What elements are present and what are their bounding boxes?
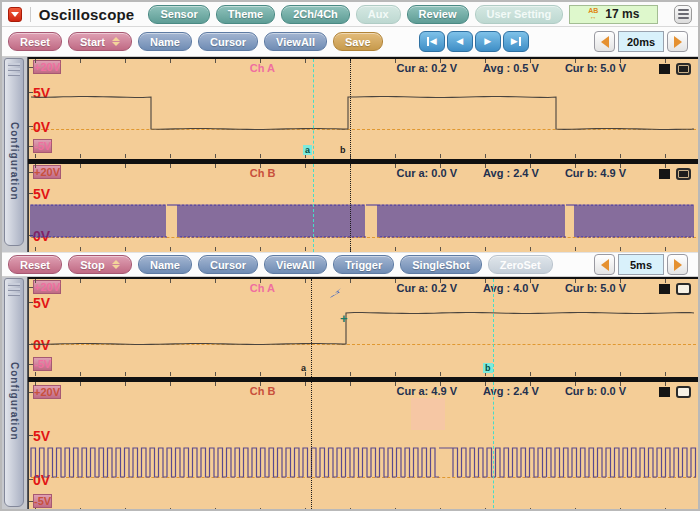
configuration-tab-label: Configuration — [9, 122, 20, 201]
viewall-button-bottom[interactable]: ViewAll — [264, 255, 327, 274]
trigger-button[interactable]: Trigger — [333, 255, 394, 274]
scope-panel-chb-bottom: Ch B Cur a: 4.9 V Avg : 2.4 V Cur b: 0.0… — [28, 382, 698, 511]
cursor-dark-line[interactable] — [350, 164, 351, 252]
timebase-increase-button[interactable] — [667, 31, 688, 52]
scope-panel-cha-top: Ch A Cur a: 0.2 V Avg : 0.5 V Cur b: 5.0… — [28, 59, 698, 159]
cursor-b-marker: b — [483, 363, 493, 373]
cursor-a-line[interactable] — [311, 279, 312, 377]
toolbar-bottom: Reset Stop Name Cursor ViewAll Trigger S… — [2, 252, 698, 277]
viewall-button-top[interactable]: ViewAll — [264, 32, 327, 51]
waveform-trace — [29, 382, 698, 511]
cursor-a-line[interactable] — [313, 59, 314, 159]
timebase-increase-button[interactable] — [667, 254, 688, 275]
timebase-bottom: 5ms — [594, 254, 688, 275]
app-title: Oscilloscope — [39, 6, 135, 23]
cursor-a-marker: a — [301, 363, 306, 373]
cursor-button-bottom[interactable]: Cursor — [198, 255, 258, 274]
scope-area-top: Configuration Ch A Cur a: 0.2 V Avg : 0.… — [2, 57, 698, 252]
waveform-trace — [29, 164, 698, 252]
zeroset-button: ZeroSet — [488, 255, 553, 274]
oscilloscope-window: Oscilloscope Sensor Theme 2Ch/4Ch Aux Re… — [0, 0, 700, 511]
nav-first-button[interactable]: ◀ — [419, 31, 445, 52]
nav-next-button[interactable]: ▶ — [475, 31, 501, 52]
name-button-top[interactable]: Name — [138, 32, 192, 51]
name-button-bottom[interactable]: Name — [138, 255, 192, 274]
title-separator — [30, 7, 31, 22]
reset-button-top[interactable]: Reset — [8, 32, 62, 51]
nav-last-button[interactable]: ▶ — [503, 31, 529, 52]
prev-icon: ◀ — [456, 37, 463, 46]
left-arrow-icon — [601, 36, 609, 48]
theme-button[interactable]: Theme — [216, 5, 275, 24]
interval-display: AB↔ 17 ms — [569, 5, 658, 24]
ab-interval-icon: AB↔ — [588, 8, 598, 20]
highlight-patch — [411, 398, 445, 430]
cursor-b-line[interactable] — [493, 279, 494, 377]
config-gutter-bottom: Configuration — [2, 277, 28, 511]
menu-down-icon — [11, 12, 19, 17]
timebase-top: 20ms — [594, 31, 688, 52]
cursor-b-line[interactable] — [350, 59, 351, 159]
nav-prev-button[interactable]: ◀ — [447, 31, 473, 52]
scope-area-bottom: Configuration Ch A Cur a: 0.2 V Avg : 4.… — [2, 277, 698, 511]
rise-point-marker: + — [340, 314, 348, 324]
cursor-a-marker: a — [303, 145, 312, 155]
stop-button[interactable]: Stop — [68, 255, 132, 274]
record-nav-group: ◀ ◀ ▶ ▶ — [419, 31, 529, 52]
timebase-value-bottom[interactable]: 5ms — [618, 254, 664, 275]
trigger-point-icon[interactable] — [329, 285, 343, 296]
sensor-button[interactable]: Sensor — [148, 5, 209, 24]
next-icon: ▶ — [484, 37, 491, 46]
cursor-cyan-line[interactable] — [313, 164, 314, 252]
timebase-decrease-button[interactable] — [594, 31, 615, 52]
left-arrow-icon — [601, 259, 609, 271]
right-arrow-icon — [674, 36, 682, 48]
next-icon: ▶ — [511, 37, 518, 46]
interval-value: 17 ms — [605, 7, 639, 21]
cursor-button-top[interactable]: Cursor — [198, 32, 258, 51]
cursor-dark-line[interactable] — [311, 382, 312, 511]
prev-icon: ◀ — [430, 37, 437, 46]
configuration-tab-label: Configuration — [9, 362, 20, 441]
aux-button: Aux — [356, 5, 401, 24]
right-arrow-icon — [674, 259, 682, 271]
title-bar: Oscilloscope Sensor Theme 2Ch/4Ch Aux Re… — [2, 2, 698, 27]
user-setting-button: User Setting — [475, 5, 564, 24]
channel-mode-button[interactable]: 2Ch/4Ch — [281, 5, 350, 24]
reset-button-bottom[interactable]: Reset — [8, 255, 62, 274]
waveform-trace — [29, 59, 698, 159]
stepper-icon — [112, 37, 120, 46]
app-menu-button[interactable] — [8, 7, 22, 22]
stepper-icon — [112, 260, 120, 269]
configuration-tab-top[interactable]: Configuration — [4, 58, 24, 246]
review-button[interactable]: Review — [407, 5, 469, 24]
config-gutter-top: Configuration — [2, 57, 28, 252]
waveform-trace — [29, 279, 698, 377]
scope-panel-chb-top: Ch B Cur a: 0.0 V Avg : 2.4 V Cur b: 4.9… — [28, 164, 698, 252]
save-button[interactable]: Save — [333, 32, 383, 51]
toolbar-top: Reset Start Name Cursor ViewAll Save ◀ ◀… — [2, 27, 698, 57]
singleshot-button[interactable]: SingleShot — [400, 255, 481, 274]
timebase-decrease-button[interactable] — [594, 254, 615, 275]
configuration-tab-bottom[interactable]: Configuration — [4, 278, 24, 507]
start-button[interactable]: Start — [68, 32, 132, 51]
cursor-b-marker: b — [340, 145, 346, 155]
timebase-value-top[interactable]: 20ms — [618, 31, 664, 52]
panel-layout-button[interactable] — [674, 5, 692, 24]
scope-panel-cha-bottom: Ch A Cur a: 0.2 V Avg : 4.0 V Cur b: 5.0… — [28, 279, 698, 377]
cursor-cyan-line[interactable] — [493, 382, 494, 511]
